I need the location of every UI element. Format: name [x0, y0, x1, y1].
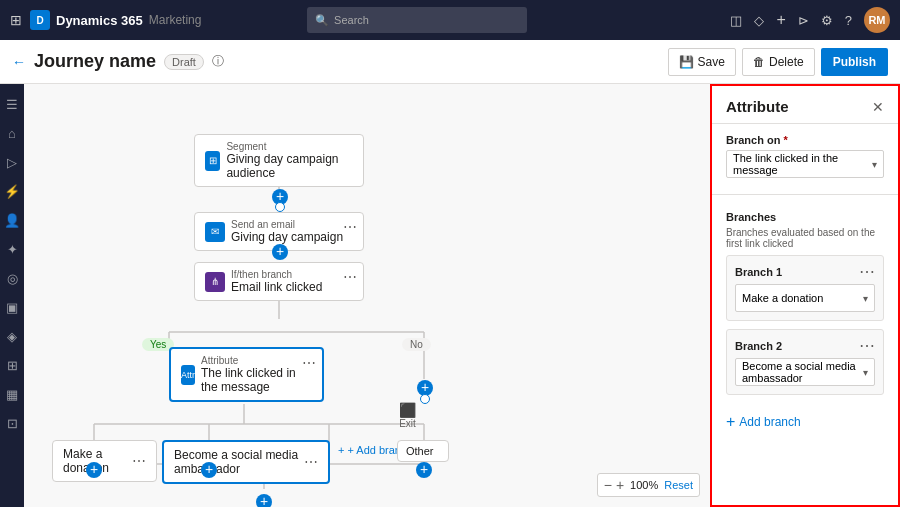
nav-icon-help[interactable]: ?	[845, 13, 852, 28]
grid-icon[interactable]: ⊞	[10, 12, 22, 28]
branch2-select[interactable]: Become a social media ambassador ▾	[735, 358, 875, 386]
left-sidebar: ☰ ⌂ ▷ ⚡ 👤 ✦ ◎ ▣ ◈ ⊞ ▦ ⊡	[0, 84, 24, 507]
branch1-menu-icon[interactable]: ⋯	[859, 264, 875, 280]
save-icon: 💾	[679, 55, 694, 69]
branch1-node[interactable]: Make a donation ⋯	[52, 440, 157, 482]
save-button[interactable]: 💾 Save	[668, 48, 736, 76]
branch1-section: Branch 1 ⋯ Make a donation ▾	[726, 255, 884, 321]
plus-branch1[interactable]: +	[86, 462, 102, 478]
search-bar[interactable]: 🔍 Search	[307, 7, 527, 33]
branch-on-label: Branch on	[726, 134, 884, 146]
publish-button[interactable]: Publish	[821, 48, 888, 76]
plus-other[interactable]: +	[416, 462, 432, 478]
branch1-menu[interactable]: ⋯	[132, 453, 146, 469]
info-icon[interactable]: ⓘ	[212, 53, 224, 70]
ifthen-node-label: If/then branch	[231, 269, 322, 280]
branch2-section: Branch 2 ⋯ Become a social media ambassa…	[726, 329, 884, 395]
attribute-node-menu[interactable]: ⋯	[302, 355, 316, 371]
flow-container: ⊞ Segment Giving day campaign audience +…	[24, 84, 710, 507]
attribute-panel: Attribute ✕ Branch on The link clicked i…	[710, 84, 900, 507]
branch2-select-wrapper: Become a social media ambassador ▾	[735, 358, 875, 386]
zoom-in-button[interactable]: +	[616, 477, 624, 493]
user-avatar[interactable]: RM	[864, 7, 890, 33]
branch2-label: Become a social media ambassador	[174, 448, 300, 476]
delete-button[interactable]: 🗑 Delete	[742, 48, 815, 76]
branch2-menu[interactable]: ⋯	[304, 454, 318, 470]
brand-logo: D	[30, 10, 50, 30]
exit-right-label: Exit	[399, 418, 416, 429]
sidebar-chart-icon[interactable]: ▦	[1, 382, 23, 407]
sub-header: ← Journey name Draft ⓘ 💾 Save 🗑 Delete P…	[0, 40, 900, 84]
branch-on-value: The link clicked in the message	[733, 152, 872, 176]
add-branch-panel-button[interactable]: + Add branch	[712, 405, 898, 439]
plus-bottom[interactable]: +	[256, 494, 272, 507]
branch1-header: Branch 1 ⋯	[735, 264, 875, 280]
branch1-value: Make a donation	[742, 292, 823, 304]
plus-branch2[interactable]: +	[201, 462, 217, 478]
sidebar-star-icon[interactable]: ✦	[2, 237, 23, 262]
sidebar-play-icon[interactable]: ▷	[2, 150, 22, 175]
page-title: Journey name	[34, 51, 156, 72]
sidebar-box-icon[interactable]: ⊡	[2, 411, 23, 436]
branch-on-select[interactable]: The link clicked in the message ▾	[726, 150, 884, 178]
other-node: Other	[397, 440, 449, 462]
plus-connector-2[interactable]: +	[272, 244, 288, 260]
flow-canvas: ⊞ Segment Giving day campaign audience +…	[24, 84, 710, 507]
add-branch-panel-label: Add branch	[739, 415, 800, 429]
branch1-select-wrapper: Make a donation ▾	[735, 284, 875, 312]
sidebar-grid-icon[interactable]: ▣	[1, 295, 23, 320]
email-node-label: Send an email	[231, 219, 343, 230]
panel-close-button[interactable]: ✕	[872, 99, 884, 115]
branch2-label: Branch 2	[735, 340, 782, 352]
branch2-arrow: ▾	[863, 367, 868, 378]
sidebar-people-icon[interactable]: 👤	[0, 208, 25, 233]
attribute-node[interactable]: Attr Attribute The link clicked in the m…	[169, 347, 324, 402]
header-actions: 💾 Save 🗑 Delete Publish	[668, 48, 888, 76]
sidebar-lightning-icon[interactable]: ⚡	[0, 179, 25, 204]
nav-icon-1[interactable]: ◫	[730, 13, 742, 28]
sidebar-target-icon[interactable]: ◎	[2, 266, 23, 291]
add-branch-panel-plus-icon: +	[726, 413, 735, 431]
nav-icon-add[interactable]: +	[776, 11, 785, 29]
attribute-node-label: Attribute	[201, 355, 312, 366]
sidebar-diamond-icon[interactable]: ◈	[2, 324, 22, 349]
zoom-controls: − + 100% Reset	[597, 473, 700, 497]
nav-icon-filter[interactable]: ⊳	[798, 13, 809, 28]
segment-node[interactable]: ⊞ Segment Giving day campaign audience	[194, 134, 364, 187]
branches-label: Branches	[726, 211, 884, 223]
brand-module: Marketing	[149, 13, 202, 27]
divider-1	[712, 194, 898, 195]
branch1-select[interactable]: Make a donation ▾	[735, 284, 875, 312]
branches-hint: Branches evaluated based on the first li…	[726, 227, 884, 249]
add-branch-plus-icon: +	[338, 444, 344, 456]
branch-on-arrow: ▾	[872, 159, 877, 170]
branches-section: Branches Branches evaluated based on the…	[712, 201, 898, 405]
ifthen-node-menu[interactable]: ⋯	[343, 269, 357, 285]
branch2-value: Become a social media ambassador	[742, 360, 863, 384]
nav-icon-settings[interactable]: ⚙	[821, 13, 833, 28]
email-node-menu[interactable]: ⋯	[343, 219, 357, 235]
brand-name: Dynamics 365	[56, 13, 143, 28]
branch2-menu-icon[interactable]: ⋯	[859, 338, 875, 354]
top-nav: ⊞ D Dynamics 365 Marketing 🔍 Search ◫ ◇ …	[0, 0, 900, 40]
zoom-out-button[interactable]: −	[604, 477, 612, 493]
back-button[interactable]: ←	[12, 54, 26, 70]
segment-node-label: Segment	[226, 141, 353, 152]
branch2-header: Branch 2 ⋯	[735, 338, 875, 354]
ifthen-node-title: Email link clicked	[231, 280, 322, 294]
sidebar-home-icon[interactable]: ⌂	[3, 121, 21, 146]
nav-brand: D Dynamics 365 Marketing	[30, 10, 201, 30]
status-badge: Draft	[164, 54, 204, 70]
sidebar-menu-icon[interactable]: ☰	[1, 92, 23, 117]
branch-on-section: Branch on The link clicked in the messag…	[712, 124, 898, 188]
email-node-title: Giving day campaign	[231, 230, 343, 244]
ifthen-node[interactable]: ⋔ If/then branch Email link clicked ⋯	[194, 262, 364, 301]
sidebar-table-icon[interactable]: ⊞	[2, 353, 23, 378]
branch2-node[interactable]: Become a social media ambassador ⋯	[162, 440, 330, 484]
segment-node-title: Giving day campaign audience	[226, 152, 353, 180]
zoom-reset-button[interactable]: Reset	[664, 479, 693, 491]
exit-right: ⬛ Exit	[399, 402, 416, 429]
search-placeholder: Search	[334, 14, 369, 26]
panel-header: Attribute ✕	[712, 86, 898, 124]
nav-icon-2[interactable]: ◇	[754, 13, 764, 28]
